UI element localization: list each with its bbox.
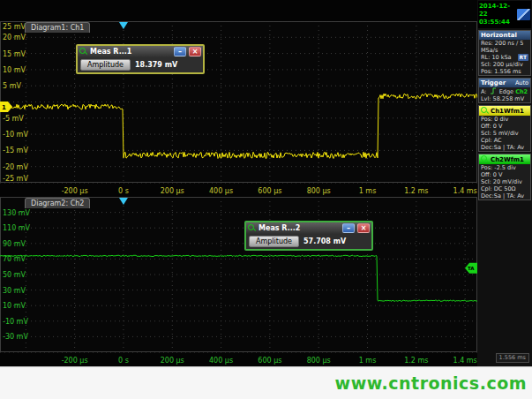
resolution-value: Res: 200 ns / 5 MSa/s [481, 40, 523, 54]
trigger-panel-header[interactable]: Trigger Auto [479, 79, 530, 87]
sidebar: 2014-12-22 03:55:44 Horizontal Res: 200 … [477, 0, 532, 366]
ch1-pos-row: Pos: 0 div [479, 116, 530, 123]
x-tick-label: 1.2 ms [404, 187, 428, 195]
diagram1-canvas[interactable]: -200 µs0 s200 µs400 µs600 µs800 µs1 ms1.… [0, 21, 477, 197]
close-button[interactable]: × [357, 223, 370, 233]
meas-window-ch1: Meas R...1 – × Amplitude 18.379 mV [76, 44, 205, 74]
x-tick-label: 200 µs [161, 187, 184, 195]
meas2-title: Meas R...2 [259, 224, 340, 232]
y-tick-label: -30 mV [3, 333, 28, 341]
horizontal-panel-header[interactable]: Horizontal [479, 31, 530, 40]
trigger-mode: Auto [515, 79, 528, 87]
h-scale-row: Scl: 200 µs/div [479, 61, 530, 68]
diagram1-tab[interactable]: Diagram1: Ch1 [25, 22, 90, 33]
meas1-title: Meas R...1 [90, 48, 171, 56]
ch2-panel[interactable]: Ch2Wfm1 Pos: -2.5 div Off: 0 V Scl: 20 m… [478, 154, 531, 200]
x-tick-label: -200 µs [62, 357, 88, 365]
meas2-body: Amplitude 57.708 mV [246, 234, 371, 249]
close-button[interactable]: × [189, 47, 201, 56]
meas1-body: Amplitude 18.379 mV [78, 57, 203, 72]
ch1-decimation-row: Dec:Sa | TA: Av [479, 144, 530, 151]
magnifier-icon [248, 224, 256, 232]
footer-strip: www.cntronics.com [0, 366, 532, 399]
diagram2-tab[interactable]: Diagram2: Ch2 [25, 198, 90, 208]
ch2-title: Ch2Wfm1 [491, 156, 524, 163]
edge-trigger-icon [490, 87, 497, 94]
trigger-panel[interactable]: Trigger Auto A: Edge Ch2 Lvl: 58.258 mV [478, 78, 531, 103]
x-tick-label: 800 µs [307, 357, 331, 365]
trigger-title: Trigger [481, 79, 506, 87]
meas2-param-chip[interactable]: Amplitude [249, 236, 299, 247]
y-tick-label: 5 mV [3, 82, 21, 90]
watermark-link[interactable]: www.cntronics.com [335, 373, 527, 393]
ch1-title: Ch1Wfm1 [491, 108, 524, 115]
datetime-display: 2014-12-22 03:55:44 [478, 1, 531, 28]
ch2-coupling-row: Cpl: DC 50Ω [479, 185, 530, 192]
x-tick-label: 1 ms [359, 357, 377, 365]
x-tick-label: 800 µs [307, 187, 331, 195]
meas-window-ch2: Meas R...2 – × Amplitude 57.708 mV [244, 221, 373, 251]
x-tick-label: 400 µs [209, 357, 233, 365]
y-tick-label: 20 mV [3, 34, 26, 41]
timebase-readout: 1.556 ms [496, 353, 529, 363]
x-tick-label: 600 µs [258, 187, 281, 195]
x-tick-label: 200 µs [161, 357, 184, 365]
diagram1-plot-area[interactable]: -200 µs0 s200 µs400 µs600 µs800 µs1 ms1.… [0, 21, 477, 197]
x-tick-label: 1.4 ms [453, 357, 477, 365]
trigger-level-row: Lvl: 58.258 mV [479, 95, 530, 102]
y-tick-label: -10 mV [3, 131, 28, 139]
y-tick-label: -15 mV [3, 147, 28, 154]
x-tick-label: 1.2 ms [404, 357, 428, 365]
resolution-row: Res: 200 ns / 5 MSa/s [479, 40, 530, 54]
y-tick-label: 90 mV [3, 240, 26, 248]
trigger-type: Edge [499, 88, 513, 95]
y-tick-label: 15 mV [3, 50, 26, 58]
record-length-value: RL: 10 kSa [481, 54, 512, 61]
y-tick-label: -20 mV [3, 163, 28, 171]
meas1-param-chip[interactable]: Amplitude [80, 59, 131, 71]
x-tick-label: 1.4 ms [453, 187, 477, 195]
record-length-row: RT RL: 10 kSa [479, 54, 530, 61]
magnifier-icon [79, 48, 87, 56]
rt-badge: RT [518, 54, 528, 61]
time-label: 03:55:44 [479, 19, 510, 26]
date-label: 2014-12-22 [479, 3, 510, 18]
meas1-titlebar[interactable]: Meas R...1 – × [78, 46, 203, 57]
y-tick-label: 10 mV [3, 302, 26, 310]
y-tick-label: -10 mV [3, 318, 28, 326]
y-tick-label: -5 mV [3, 115, 24, 123]
trigger-a-label: A: [481, 88, 487, 95]
trigger-level-marker-label: TA [468, 266, 475, 271]
x-tick-label: 400 µs [209, 187, 233, 195]
ch1-panel[interactable]: Ch1Wfm1 Pos: 0 div Off: 0 V Scl: 5 mV/di… [478, 105, 531, 152]
h-position-row: Pos: 1.556 ms [479, 68, 530, 75]
channel-marker-label: 1 [2, 104, 6, 111]
x-tick-label: 1 ms [359, 187, 377, 195]
magnifier-icon [481, 107, 489, 115]
minimize-button[interactable]: – [174, 47, 186, 56]
horizontal-panel[interactable]: Horizontal Res: 200 ns / 5 MSa/s RT RL: … [478, 30, 531, 76]
oscilloscope-screen: -200 µs0 s200 µs400 µs600 µs800 µs1 ms1.… [0, 0, 532, 366]
minimize-button[interactable]: – [342, 223, 355, 233]
meas1-value: 18.379 mV [135, 61, 177, 69]
meas2-titlebar[interactable]: Meas R...2 – × [246, 222, 371, 234]
y-tick-label: 25 mV [3, 23, 26, 31]
x-tick-label: 600 µs [258, 357, 281, 365]
y-tick-label: 10 mV [3, 66, 26, 74]
diagram2-canvas[interactable]: -200 µs0 s200 µs400 µs600 µs800 µs1 ms1.… [0, 197, 477, 366]
ch2-off-row: Off: 0 V [479, 171, 530, 178]
y-tick-label: 130 mV [3, 209, 31, 217]
y-tick-label: 50 mV [3, 271, 26, 279]
ch2-pos-row: Pos: -2.5 div [479, 164, 530, 171]
ch2-panel-header[interactable]: Ch2Wfm1 [479, 154, 530, 164]
ch2-scale-row: Scl: 20 mV/div [479, 178, 530, 185]
y-tick-label: -25 mV [3, 175, 28, 183]
trigger-source: Ch2 [515, 88, 528, 95]
diagram2-plot-area[interactable]: -200 µs0 s200 µs400 µs600 µs800 µs1 ms1.… [0, 197, 477, 366]
ch2-decimation-row: Dec:Sa | TA: Av [479, 192, 530, 200]
ch1-scale-row: Scl: 5 mV/div [479, 130, 530, 137]
horizontal-title: Horizontal [481, 32, 517, 39]
y-tick-label: 30 mV [3, 287, 26, 295]
x-tick-label: 0 s [118, 357, 129, 365]
ch1-panel-header[interactable]: Ch1Wfm1 [479, 106, 530, 116]
